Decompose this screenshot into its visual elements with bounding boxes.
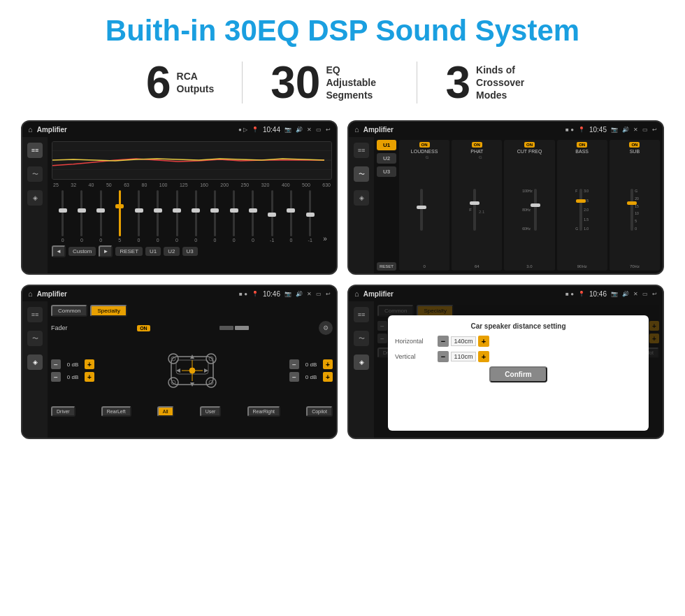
dialog-horizontal-minus[interactable]: − — [438, 336, 449, 347]
stat-crossover-label: Kinds ofCrossover Modes — [476, 64, 539, 102]
eq-slider-13[interactable]: -1 — [302, 190, 318, 243]
preset-u3[interactable]: U3 — [377, 166, 396, 177]
eq-play-button[interactable]: ► — [99, 245, 113, 257]
stat-eq: 30 EQ AdjustableSegments — [243, 60, 417, 105]
dist-sidebar-speaker-icon[interactable]: ◈ — [354, 354, 369, 370]
db-plus-rl[interactable]: + — [85, 372, 94, 382]
eq-home-icon: ⌂ — [28, 125, 33, 134]
eq-slider-2[interactable]: 0 — [92, 190, 108, 243]
eq-slider-4[interactable]: 0 — [131, 190, 147, 243]
db-minus-rr[interactable]: − — [289, 372, 299, 382]
dist-sidebar-eq-icon[interactable]: ≡≡ — [354, 307, 369, 322]
svg-point-8 — [206, 354, 216, 364]
db-value-fr: 0 dB — [301, 361, 321, 368]
fader-rearright-btn[interactable]: RearRight — [247, 406, 281, 417]
eq-slider-3[interactable]: 5 — [112, 190, 128, 243]
dialog-horizontal-plus[interactable]: + — [478, 336, 489, 347]
fader-user-btn[interactable]: User — [200, 406, 222, 417]
fader-settings-icon[interactable]: ⚙ — [319, 321, 333, 335]
cross-sidebar: ≡≡ 〜 ◈ — [349, 137, 374, 273]
dialog-vertical-plus[interactable]: + — [478, 351, 489, 362]
fader-sidebar-wave-icon[interactable]: 〜 — [27, 331, 43, 346]
eq-slider-11[interactable]: -1 — [264, 190, 280, 243]
eq-slider-7[interactable]: 0 — [188, 190, 204, 243]
cross-sidebar-eq-icon[interactable]: ≡≡ — [354, 143, 369, 158]
eq-custom-button[interactable]: Custom — [68, 247, 96, 256]
db-minus-rl[interactable]: − — [51, 372, 61, 382]
fader-copilot-btn[interactable]: Copilot — [306, 406, 333, 417]
preset-u2[interactable]: U2 — [377, 153, 396, 164]
dist-cam-icon: 📷 — [611, 291, 618, 297]
eq-prev-button[interactable]: ◄ — [52, 245, 66, 257]
fader-tab-common[interactable]: Common — [51, 305, 87, 317]
fader-time: 10:46 — [263, 290, 280, 298]
cross-loudness: ON LOUDNESS G 0 — [399, 140, 449, 271]
eq-reset-button[interactable]: RESET — [115, 247, 143, 256]
dialog-horizontal-label: Horizontal — [395, 338, 433, 345]
db-minus-fl[interactable]: − — [51, 359, 61, 369]
eq-slider-more[interactable]: » — [321, 190, 329, 243]
eq-slider-9[interactable]: 0 — [226, 190, 242, 243]
screen-distance-body: ≡≡ 〜 ◈ Common Specialty — [349, 301, 663, 438]
fader-rearleft-btn[interactable]: RearLeft — [101, 406, 131, 417]
dialog-vertical-minus[interactable]: − — [438, 351, 449, 362]
sidebar-eq-icon[interactable]: ≡≡ — [27, 143, 43, 158]
eq-cam-icon: 📷 — [284, 127, 291, 133]
screen-fader-body: ≡≡ 〜 ◈ Common Specialty Fader ON — [22, 301, 336, 438]
db-value-fl: 0 dB — [63, 361, 82, 368]
fader-sidebar-eq-icon[interactable]: ≡≡ — [27, 307, 43, 322]
db-control-rr: − 0 dB + — [289, 372, 333, 382]
fader-location-icon: 📍 — [252, 291, 259, 297]
crossover-presets: U1 U2 U3 RESET — [377, 140, 396, 271]
dist-back-icon: ↩ — [652, 291, 657, 297]
cross-sub: ON SUB G20151050 70Hz — [610, 140, 660, 271]
dist-sidebar: ≡≡ 〜 ◈ — [349, 301, 374, 438]
dist-sidebar-wave-icon[interactable]: 〜 — [354, 331, 369, 346]
db-plus-rr[interactable]: + — [323, 372, 333, 382]
fader-sidebar: ≡≡ 〜 ◈ — [22, 301, 48, 438]
fader-tab-specialty[interactable]: Specialty — [90, 305, 127, 317]
eq-slider-0[interactable]: 0 — [55, 190, 71, 243]
db-plus-fl[interactable]: + — [85, 359, 94, 369]
screen-fader-container: ⌂ Amplifier ■ ● 📍 10:46 📷 🔊 ✕ ▭ ↩ ≡≡ 〜 ◈ — [21, 285, 338, 439]
db-plus-fr[interactable]: + — [323, 359, 333, 369]
cross-bass-label: BASS — [575, 149, 589, 154]
crossover-status-bar: ⌂ Amplifier ■ ● 📍 10:45 📷 🔊 ✕ ▭ ↩ — [349, 122, 663, 137]
eq-dot-icons: ● ▷ — [238, 127, 247, 133]
sidebar-speaker-icon[interactable]: ◈ — [27, 190, 43, 206]
db-minus-fr[interactable]: − — [289, 359, 299, 369]
eq-u1-button[interactable]: U1 — [145, 247, 161, 256]
eq-slider-12[interactable]: 0 — [283, 190, 299, 243]
cross-dot-icons: ■ ● — [565, 127, 574, 133]
dialog-vertical-value: 110cm — [451, 352, 476, 361]
cross-time: 10:45 — [589, 126, 607, 134]
fader-driver-btn[interactable]: Driver — [51, 406, 75, 417]
dialog-horizontal-value: 140cm — [451, 336, 476, 346]
stat-rca-label: RCAOutputs — [177, 70, 215, 95]
cross-win-icon: ▭ — [642, 127, 648, 133]
cross-sidebar-speaker-icon[interactable]: ◈ — [354, 190, 369, 206]
eq-u3-button[interactable]: U3 — [182, 247, 198, 256]
preset-u1[interactable]: U1 — [377, 140, 396, 150]
dist-vol-icon: 🔊 — [622, 291, 629, 297]
eq-slider-5[interactable]: 0 — [150, 190, 166, 243]
eq-slider-10[interactable]: 0 — [245, 190, 261, 243]
dist-location-icon: 📍 — [578, 291, 585, 297]
dialog-vertical-label: Vertical — [395, 353, 433, 360]
fader-all-btn[interactable]: All — [157, 406, 174, 417]
sidebar-wave-icon[interactable]: 〜 — [27, 166, 43, 182]
eq-x-icon: ✕ — [307, 127, 312, 133]
eq-slider-8[interactable]: 0 — [207, 190, 223, 243]
dist-time: 10:46 — [589, 290, 607, 298]
preset-reset[interactable]: RESET — [377, 262, 396, 271]
confirm-button[interactable]: Confirm — [489, 366, 547, 382]
cross-sidebar-wave-icon[interactable]: 〜 — [354, 166, 369, 182]
stat-rca-number: 6 — [146, 60, 171, 105]
cross-screen-title: Amplifier — [363, 126, 561, 134]
eq-u2-button[interactable]: U2 — [164, 247, 179, 256]
eq-slider-6[interactable]: 0 — [168, 190, 185, 243]
fader-sidebar-speaker-icon[interactable]: ◈ — [27, 354, 43, 370]
eq-slider-1[interactable]: 0 — [73, 190, 89, 243]
fader-main-area: Common Specialty Fader ON ⚙ — [48, 301, 336, 438]
dialog-vertical-control: − 110cm + — [438, 351, 489, 362]
